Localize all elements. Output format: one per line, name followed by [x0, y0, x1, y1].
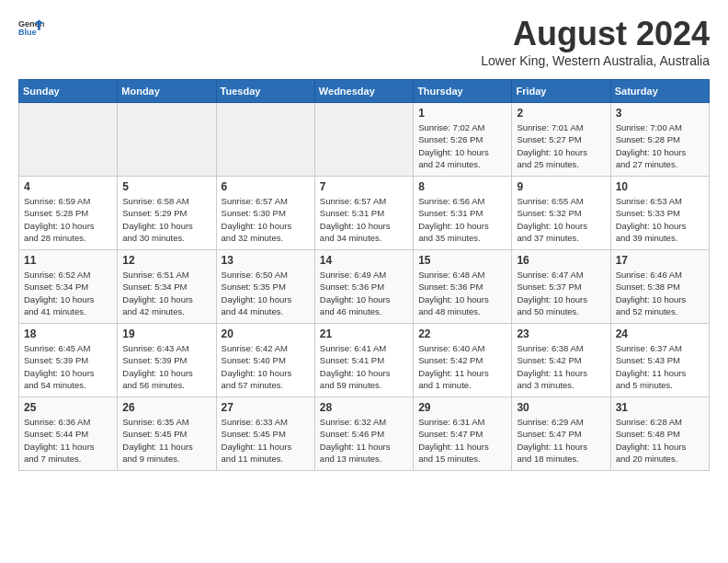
- weekday-header: Sunday: [19, 80, 118, 103]
- day-info: Sunrise: 6:42 AM Sunset: 5:40 PM Dayligh…: [222, 342, 310, 391]
- day-number: 30: [517, 401, 605, 414]
- logo-icon: General Blue: [18, 15, 44, 40]
- calendar-cell: 29Sunrise: 6:31 AM Sunset: 5:47 PM Dayli…: [414, 397, 512, 471]
- logo: General Blue: [18, 15, 44, 40]
- day-number: 6: [222, 180, 310, 193]
- calendar-cell: 27Sunrise: 6:33 AM Sunset: 5:45 PM Dayli…: [216, 397, 314, 471]
- calendar-table: SundayMondayTuesdayWednesdayThursdayFrid…: [18, 79, 710, 471]
- calendar-cell: [314, 103, 413, 177]
- weekday-header: Thursday: [414, 80, 512, 103]
- calendar-cell: 10Sunrise: 6:53 AM Sunset: 5:33 PM Dayli…: [610, 177, 709, 250]
- calendar-cell: 6Sunrise: 6:57 AM Sunset: 5:30 PM Daylig…: [216, 177, 314, 250]
- calendar-cell: 16Sunrise: 6:47 AM Sunset: 5:37 PM Dayli…: [512, 250, 610, 324]
- calendar-cell: 13Sunrise: 6:50 AM Sunset: 5:35 PM Dayli…: [216, 250, 314, 324]
- calendar-week-row: 4Sunrise: 6:59 AM Sunset: 5:28 PM Daylig…: [19, 177, 710, 250]
- day-number: 3: [616, 107, 704, 120]
- day-info: Sunrise: 6:33 AM Sunset: 5:45 PM Dayligh…: [222, 416, 310, 465]
- day-number: 20: [222, 327, 310, 340]
- calendar-subtitle: Lower King, Western Australia, Australia: [481, 53, 710, 68]
- calendar-cell: 4Sunrise: 6:59 AM Sunset: 5:28 PM Daylig…: [19, 177, 118, 250]
- day-info: Sunrise: 6:57 AM Sunset: 5:30 PM Dayligh…: [222, 195, 310, 244]
- day-info: Sunrise: 6:57 AM Sunset: 5:31 PM Dayligh…: [320, 195, 408, 244]
- weekday-header: Tuesday: [216, 80, 314, 103]
- day-number: 14: [320, 254, 408, 267]
- day-info: Sunrise: 6:43 AM Sunset: 5:39 PM Dayligh…: [122, 342, 210, 391]
- header: General Blue August 2024 Lower King, Wes…: [18, 15, 710, 68]
- calendar-cell: 31Sunrise: 6:28 AM Sunset: 5:48 PM Dayli…: [610, 397, 709, 471]
- day-number: 22: [418, 327, 506, 340]
- day-info: Sunrise: 6:56 AM Sunset: 5:31 PM Dayligh…: [418, 195, 506, 244]
- day-number: 5: [122, 180, 210, 193]
- day-info: Sunrise: 6:46 AM Sunset: 5:38 PM Dayligh…: [616, 269, 704, 317]
- day-number: 24: [616, 327, 704, 340]
- day-number: 21: [320, 327, 408, 340]
- calendar-title: August 2024: [481, 15, 710, 53]
- day-number: 4: [24, 180, 112, 193]
- weekday-header: Saturday: [610, 80, 709, 103]
- calendar-cell: 26Sunrise: 6:35 AM Sunset: 5:45 PM Dayli…: [118, 397, 216, 471]
- calendar-week-row: 18Sunrise: 6:45 AM Sunset: 5:39 PM Dayli…: [19, 324, 710, 397]
- calendar-cell: 9Sunrise: 6:55 AM Sunset: 5:32 PM Daylig…: [512, 177, 610, 250]
- calendar-cell: 25Sunrise: 6:36 AM Sunset: 5:44 PM Dayli…: [19, 397, 118, 471]
- calendar-cell: 21Sunrise: 6:41 AM Sunset: 5:41 PM Dayli…: [314, 324, 413, 397]
- day-number: 23: [517, 327, 605, 340]
- day-info: Sunrise: 6:32 AM Sunset: 5:46 PM Dayligh…: [320, 416, 408, 465]
- day-info: Sunrise: 7:01 AM Sunset: 5:27 PM Dayligh…: [517, 121, 605, 170]
- svg-text:Blue: Blue: [18, 28, 37, 37]
- day-number: 11: [24, 254, 112, 267]
- day-number: 28: [320, 401, 408, 414]
- calendar-cell: 22Sunrise: 6:40 AM Sunset: 5:42 PM Dayli…: [414, 324, 512, 397]
- day-number: 9: [517, 180, 605, 193]
- day-info: Sunrise: 6:50 AM Sunset: 5:35 PM Dayligh…: [222, 269, 310, 317]
- header-row: SundayMondayTuesdayWednesdayThursdayFrid…: [19, 80, 710, 103]
- day-info: Sunrise: 6:38 AM Sunset: 5:42 PM Dayligh…: [517, 342, 605, 391]
- day-info: Sunrise: 6:48 AM Sunset: 5:36 PM Dayligh…: [418, 269, 506, 317]
- day-number: 19: [122, 327, 210, 340]
- weekday-header: Wednesday: [314, 80, 413, 103]
- day-number: 1: [418, 107, 506, 120]
- day-number: 7: [320, 180, 408, 193]
- day-info: Sunrise: 6:40 AM Sunset: 5:42 PM Dayligh…: [418, 342, 506, 391]
- calendar-week-row: 1Sunrise: 7:02 AM Sunset: 5:26 PM Daylig…: [19, 103, 710, 177]
- day-number: 8: [418, 180, 506, 193]
- calendar-cell: 1Sunrise: 7:02 AM Sunset: 5:26 PM Daylig…: [414, 103, 512, 177]
- day-info: Sunrise: 6:36 AM Sunset: 5:44 PM Dayligh…: [24, 416, 112, 465]
- calendar-cell: 7Sunrise: 6:57 AM Sunset: 5:31 PM Daylig…: [314, 177, 413, 250]
- day-info: Sunrise: 6:53 AM Sunset: 5:33 PM Dayligh…: [616, 195, 704, 244]
- calendar-week-row: 11Sunrise: 6:52 AM Sunset: 5:34 PM Dayli…: [19, 250, 710, 324]
- day-number: 25: [24, 401, 112, 414]
- day-info: Sunrise: 6:28 AM Sunset: 5:48 PM Dayligh…: [616, 416, 704, 465]
- day-info: Sunrise: 6:58 AM Sunset: 5:29 PM Dayligh…: [122, 195, 210, 244]
- calendar-cell: 28Sunrise: 6:32 AM Sunset: 5:46 PM Dayli…: [314, 397, 413, 471]
- calendar-cell: [19, 103, 118, 177]
- day-number: 26: [122, 401, 210, 414]
- day-number: 12: [122, 254, 210, 267]
- day-info: Sunrise: 6:59 AM Sunset: 5:28 PM Dayligh…: [24, 195, 112, 244]
- calendar-cell: 17Sunrise: 6:46 AM Sunset: 5:38 PM Dayli…: [610, 250, 709, 324]
- day-info: Sunrise: 6:49 AM Sunset: 5:36 PM Dayligh…: [320, 269, 408, 317]
- calendar-body: 1Sunrise: 7:02 AM Sunset: 5:26 PM Daylig…: [19, 103, 710, 471]
- day-info: Sunrise: 6:41 AM Sunset: 5:41 PM Dayligh…: [320, 342, 408, 391]
- day-number: 17: [616, 254, 704, 267]
- title-area: August 2024 Lower King, Western Australi…: [481, 15, 710, 68]
- day-info: Sunrise: 6:37 AM Sunset: 5:43 PM Dayligh…: [616, 342, 704, 391]
- calendar-cell: 20Sunrise: 6:42 AM Sunset: 5:40 PM Dayli…: [216, 324, 314, 397]
- day-number: 16: [517, 254, 605, 267]
- day-number: 31: [616, 401, 704, 414]
- day-number: 13: [222, 254, 310, 267]
- day-info: Sunrise: 6:29 AM Sunset: 5:47 PM Dayligh…: [517, 416, 605, 465]
- day-info: Sunrise: 7:02 AM Sunset: 5:26 PM Dayligh…: [418, 121, 506, 170]
- calendar-cell: 19Sunrise: 6:43 AM Sunset: 5:39 PM Dayli…: [118, 324, 216, 397]
- calendar-cell: 5Sunrise: 6:58 AM Sunset: 5:29 PM Daylig…: [118, 177, 216, 250]
- calendar-cell: [216, 103, 314, 177]
- weekday-header: Friday: [512, 80, 610, 103]
- calendar-cell: 30Sunrise: 6:29 AM Sunset: 5:47 PM Dayli…: [512, 397, 610, 471]
- day-number: 29: [418, 401, 506, 414]
- calendar-week-row: 25Sunrise: 6:36 AM Sunset: 5:44 PM Dayli…: [19, 397, 710, 471]
- day-number: 15: [418, 254, 506, 267]
- day-number: 27: [222, 401, 310, 414]
- calendar-cell: 15Sunrise: 6:48 AM Sunset: 5:36 PM Dayli…: [414, 250, 512, 324]
- day-info: Sunrise: 6:35 AM Sunset: 5:45 PM Dayligh…: [122, 416, 210, 465]
- calendar-cell: 14Sunrise: 6:49 AM Sunset: 5:36 PM Dayli…: [314, 250, 413, 324]
- calendar-header: SundayMondayTuesdayWednesdayThursdayFrid…: [19, 80, 710, 103]
